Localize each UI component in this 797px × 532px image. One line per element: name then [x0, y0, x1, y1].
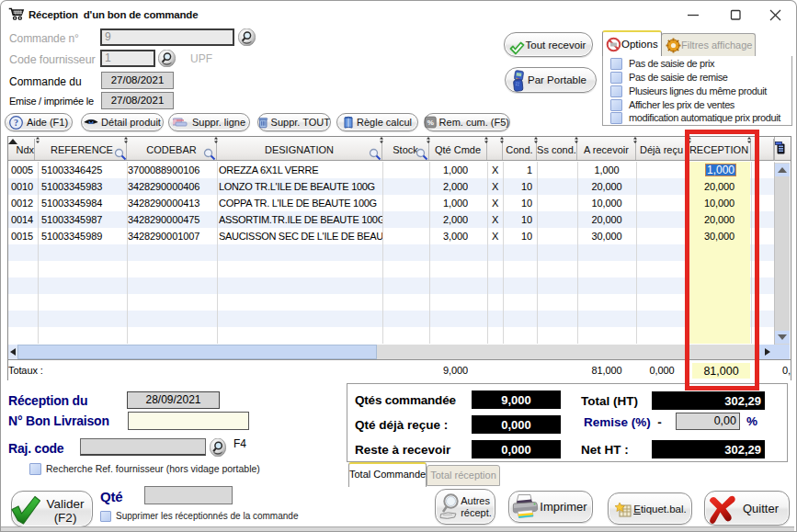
svg-text:?: ?: [14, 118, 18, 128]
svg-text:%: %: [427, 119, 434, 127]
